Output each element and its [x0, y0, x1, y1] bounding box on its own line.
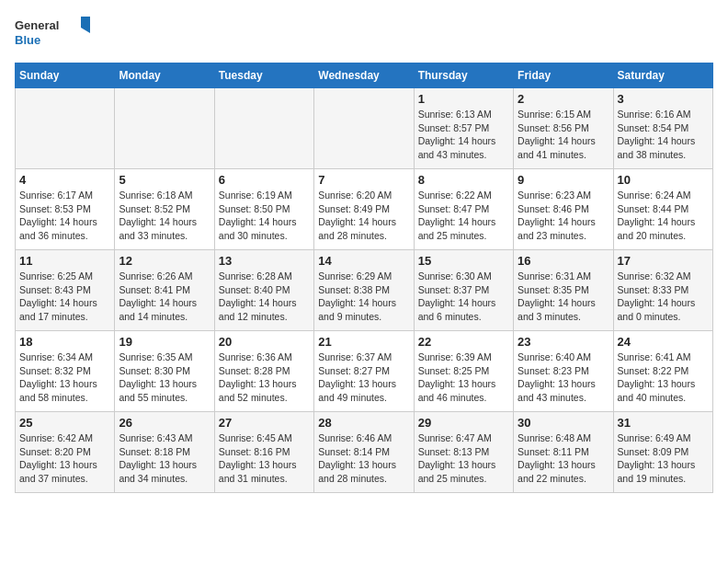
day-cell: 28Sunrise: 6:46 AMSunset: 8:14 PMDayligh… — [314, 412, 414, 493]
day-cell: 20Sunrise: 6:36 AMSunset: 8:28 PMDayligh… — [214, 331, 313, 412]
day-info: Sunrise: 6:47 AMSunset: 8:13 PMDaylight:… — [418, 431, 509, 486]
day-info: Sunrise: 6:35 AMSunset: 8:30 PMDaylight:… — [119, 350, 210, 405]
day-cell: 12Sunrise: 6:26 AMSunset: 8:41 PMDayligh… — [115, 250, 214, 331]
svg-text:General: General — [15, 18, 59, 32]
day-cell: 21Sunrise: 6:37 AMSunset: 8:27 PMDayligh… — [314, 331, 414, 412]
day-cell: 11Sunrise: 6:25 AMSunset: 8:43 PMDayligh… — [16, 250, 115, 331]
day-cell: 4Sunrise: 6:17 AMSunset: 8:53 PMDaylight… — [16, 169, 115, 250]
week-row-3: 11Sunrise: 6:25 AMSunset: 8:43 PMDayligh… — [16, 250, 713, 331]
day-cell: 19Sunrise: 6:35 AMSunset: 8:30 PMDayligh… — [115, 331, 214, 412]
day-number: 4 — [19, 173, 110, 187]
day-number: 14 — [318, 254, 409, 268]
day-info: Sunrise: 6:25 AMSunset: 8:43 PMDaylight:… — [19, 270, 110, 324]
day-info: Sunrise: 6:17 AMSunset: 8:53 PMDaylight:… — [19, 189, 110, 243]
day-cell: 18Sunrise: 6:34 AMSunset: 8:32 PMDayligh… — [16, 331, 115, 412]
day-cell: 7Sunrise: 6:20 AMSunset: 8:49 PMDaylight… — [314, 169, 414, 250]
day-cell: 23Sunrise: 6:40 AMSunset: 8:23 PMDayligh… — [514, 331, 613, 412]
day-cell: 29Sunrise: 6:47 AMSunset: 8:13 PMDayligh… — [414, 412, 513, 493]
day-info: Sunrise: 6:16 AMSunset: 8:54 PMDaylight:… — [618, 108, 709, 162]
day-number: 5 — [119, 173, 210, 187]
col-header-saturday: Saturday — [613, 63, 712, 88]
logo: General Blue — [15, 15, 97, 52]
week-row-4: 18Sunrise: 6:34 AMSunset: 8:32 PMDayligh… — [16, 331, 713, 412]
day-number: 11 — [19, 254, 110, 268]
day-cell: 5Sunrise: 6:18 AMSunset: 8:52 PMDaylight… — [115, 169, 214, 250]
day-cell: 25Sunrise: 6:42 AMSunset: 8:20 PMDayligh… — [16, 412, 115, 493]
day-info: Sunrise: 6:20 AMSunset: 8:49 PMDaylight:… — [318, 189, 409, 243]
svg-text:Blue: Blue — [15, 33, 40, 47]
day-cell: 16Sunrise: 6:31 AMSunset: 8:35 PMDayligh… — [514, 250, 613, 331]
day-cell — [314, 88, 414, 169]
day-info: Sunrise: 6:19 AMSunset: 8:50 PMDaylight:… — [219, 189, 310, 243]
col-header-wednesday: Wednesday — [314, 63, 414, 88]
day-cell: 30Sunrise: 6:48 AMSunset: 8:11 PMDayligh… — [514, 412, 613, 493]
day-info: Sunrise: 6:39 AMSunset: 8:25 PMDaylight:… — [418, 350, 509, 405]
day-number: 16 — [518, 254, 609, 268]
day-cell: 26Sunrise: 6:43 AMSunset: 8:18 PMDayligh… — [115, 412, 214, 493]
day-number: 24 — [618, 335, 709, 349]
day-cell: 10Sunrise: 6:24 AMSunset: 8:44 PMDayligh… — [613, 169, 712, 250]
day-info: Sunrise: 6:28 AMSunset: 8:40 PMDaylight:… — [219, 270, 310, 324]
day-info: Sunrise: 6:37 AMSunset: 8:27 PMDaylight:… — [318, 350, 409, 405]
day-number: 18 — [19, 335, 110, 349]
day-info: Sunrise: 6:23 AMSunset: 8:46 PMDaylight:… — [518, 189, 609, 243]
day-number: 17 — [618, 254, 709, 268]
col-header-monday: Monday — [115, 63, 214, 88]
day-number: 1 — [418, 92, 509, 106]
day-cell: 22Sunrise: 6:39 AMSunset: 8:25 PMDayligh… — [414, 331, 513, 412]
day-number: 13 — [219, 254, 310, 268]
day-cell: 24Sunrise: 6:41 AMSunset: 8:22 PMDayligh… — [613, 331, 712, 412]
day-cell: 3Sunrise: 6:16 AMSunset: 8:54 PMDaylight… — [613, 88, 712, 169]
day-number: 29 — [418, 416, 509, 430]
day-info: Sunrise: 6:41 AMSunset: 8:22 PMDaylight:… — [618, 350, 709, 405]
day-cell — [16, 88, 115, 169]
day-number: 30 — [518, 416, 609, 430]
day-cell: 1Sunrise: 6:13 AMSunset: 8:57 PMDaylight… — [414, 88, 513, 169]
day-cell: 6Sunrise: 6:19 AMSunset: 8:50 PMDaylight… — [214, 169, 313, 250]
day-number: 25 — [19, 416, 110, 430]
day-cell: 9Sunrise: 6:23 AMSunset: 8:46 PMDaylight… — [514, 169, 613, 250]
day-cell: 27Sunrise: 6:45 AMSunset: 8:16 PMDayligh… — [214, 412, 313, 493]
day-info: Sunrise: 6:34 AMSunset: 8:32 PMDaylight:… — [19, 350, 110, 405]
page-header: General Blue — [15, 15, 713, 52]
day-info: Sunrise: 6:40 AMSunset: 8:23 PMDaylight:… — [518, 350, 609, 405]
day-info: Sunrise: 6:15 AMSunset: 8:56 PMDaylight:… — [518, 108, 609, 162]
day-info: Sunrise: 6:36 AMSunset: 8:28 PMDaylight:… — [219, 350, 310, 405]
day-cell: 17Sunrise: 6:32 AMSunset: 8:33 PMDayligh… — [613, 250, 712, 331]
svg-marker-2 — [81, 17, 90, 33]
day-number: 8 — [418, 173, 509, 187]
col-header-friday: Friday — [514, 63, 613, 88]
day-number: 22 — [418, 335, 509, 349]
day-info: Sunrise: 6:30 AMSunset: 8:37 PMDaylight:… — [418, 270, 509, 324]
day-number: 28 — [318, 416, 409, 430]
col-header-sunday: Sunday — [16, 63, 115, 88]
day-cell — [115, 88, 214, 169]
day-cell: 2Sunrise: 6:15 AMSunset: 8:56 PMDaylight… — [514, 88, 613, 169]
col-header-thursday: Thursday — [414, 63, 513, 88]
col-header-tuesday: Tuesday — [214, 63, 313, 88]
day-number: 12 — [119, 254, 210, 268]
day-cell: 15Sunrise: 6:30 AMSunset: 8:37 PMDayligh… — [414, 250, 513, 331]
day-number: 7 — [318, 173, 409, 187]
day-cell: 8Sunrise: 6:22 AMSunset: 8:47 PMDaylight… — [414, 169, 513, 250]
day-info: Sunrise: 6:43 AMSunset: 8:18 PMDaylight:… — [119, 431, 210, 486]
day-info: Sunrise: 6:24 AMSunset: 8:44 PMDaylight:… — [618, 189, 709, 243]
day-info: Sunrise: 6:32 AMSunset: 8:33 PMDaylight:… — [618, 270, 709, 324]
day-info: Sunrise: 6:45 AMSunset: 8:16 PMDaylight:… — [219, 431, 310, 486]
day-number: 21 — [318, 335, 409, 349]
day-cell: 14Sunrise: 6:29 AMSunset: 8:38 PMDayligh… — [314, 250, 414, 331]
day-info: Sunrise: 6:29 AMSunset: 8:38 PMDaylight:… — [318, 270, 409, 324]
day-number: 9 — [518, 173, 609, 187]
day-info: Sunrise: 6:46 AMSunset: 8:14 PMDaylight:… — [318, 431, 409, 486]
day-number: 26 — [119, 416, 210, 430]
day-number: 31 — [618, 416, 709, 430]
day-number: 20 — [219, 335, 310, 349]
day-info: Sunrise: 6:13 AMSunset: 8:57 PMDaylight:… — [418, 108, 509, 162]
day-info: Sunrise: 6:26 AMSunset: 8:41 PMDaylight:… — [119, 270, 210, 324]
day-cell: 31Sunrise: 6:49 AMSunset: 8:09 PMDayligh… — [613, 412, 712, 493]
day-info: Sunrise: 6:42 AMSunset: 8:20 PMDaylight:… — [19, 431, 110, 486]
week-row-5: 25Sunrise: 6:42 AMSunset: 8:20 PMDayligh… — [16, 412, 713, 493]
day-cell — [214, 88, 313, 169]
day-number: 3 — [618, 92, 709, 106]
day-info: Sunrise: 6:31 AMSunset: 8:35 PMDaylight:… — [518, 270, 609, 324]
